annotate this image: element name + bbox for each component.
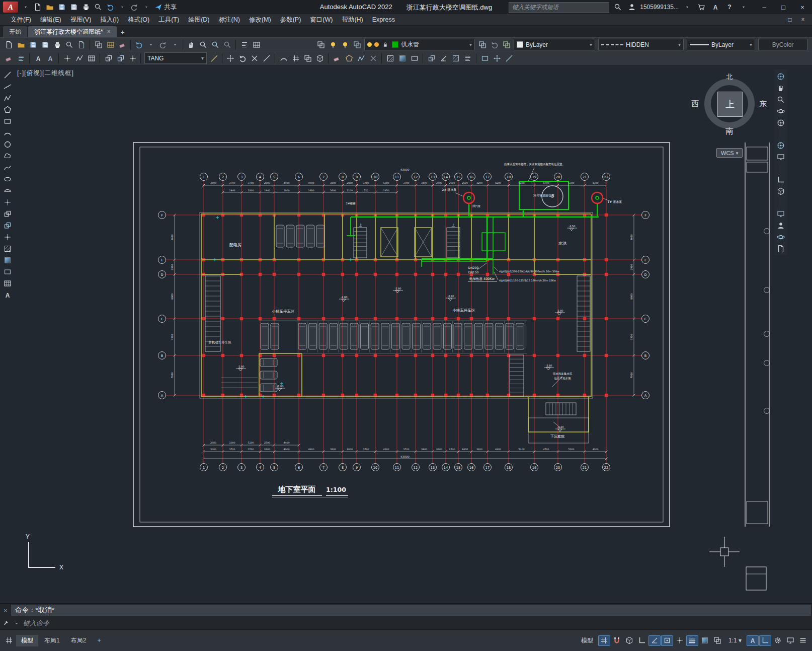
share-button[interactable]: 共享 [154,3,177,12]
hatch2-icon[interactable] [384,53,396,64]
qnew-icon[interactable] [3,39,15,50]
layermerge-icon[interactable] [501,39,512,50]
annotation-scale[interactable]: 1:1 ▾ [724,636,746,645]
zoomext-icon[interactable] [209,39,221,50]
caret-icon[interactable] [169,39,181,50]
line-icon[interactable] [1,69,14,80]
extend-icon[interactable] [261,53,272,64]
props2-icon[interactable] [462,53,473,64]
lweight-icon[interactable] [686,635,698,646]
plotstyle-dropdown[interactable]: ByColor [758,39,807,50]
doc-close-icon[interactable]: × [797,16,809,23]
caret-icon[interactable] [116,2,128,13]
publish-icon[interactable] [75,39,87,50]
help-caret-icon[interactable] [738,2,749,13]
color-dropdown[interactable]: ByLayer ▾ [514,39,595,50]
wcs-menu[interactable]: WCS▾ [716,148,743,158]
layerprev-icon[interactable] [489,39,500,50]
annov-icon[interactable] [747,635,759,646]
mirror-icon[interactable] [314,53,326,64]
layout-grid-icon[interactable] [3,635,15,646]
infer-icon[interactable] [623,635,635,646]
region-icon[interactable] [1,266,14,277]
lineweight-dropdown[interactable]: ByLayer ▾ [687,39,755,50]
polar-icon[interactable] [648,635,661,646]
gradientI-icon[interactable] [1,255,14,265]
save-icon[interactable] [27,39,39,50]
join-icon[interactable] [355,53,367,64]
move-icon[interactable] [224,53,236,64]
stretch-icon[interactable] [491,53,503,64]
plot-icon[interactable] [51,39,63,50]
tab-close-icon[interactable]: × [107,28,111,35]
layerstate-icon[interactable] [351,39,363,50]
recent-commands-icon[interactable] [13,619,21,627]
preview-icon[interactable] [92,2,104,13]
undo-icon[interactable] [133,39,144,50]
cloud-icon[interactable] [1,151,14,161]
menu-item[interactable]: 窗口(W) [305,16,337,24]
cycle-icon[interactable] [711,635,723,646]
model-paper-toggle[interactable]: 模型 [577,635,597,646]
expand-icon[interactable] [784,635,796,646]
save-icon[interactable] [56,2,67,13]
track-icon[interactable] [674,635,686,646]
menu-item[interactable]: 修改(M) [245,16,276,24]
viewport-controls[interactable]: [-][俯视][二维线框] [17,69,74,78]
points-icon[interactable] [1,197,14,207]
user-id[interactable]: 1505999135... [640,4,679,11]
ellipse-icon[interactable] [1,174,14,184]
mtext-icon[interactable] [32,53,44,64]
scale2-icon[interactable] [479,53,491,64]
model-space-canvas[interactable]: 1122334455667788991010111112121313141415… [0,64,812,604]
command-history[interactable]: 命令：*取消* [11,605,811,616]
cube-icon[interactable] [775,186,787,196]
props-icon[interactable] [238,39,250,50]
ortho-icon[interactable] [636,635,648,646]
zoomprev-icon[interactable] [221,39,233,50]
hatch-icon[interactable] [1,243,14,254]
help-icon[interactable] [723,2,735,13]
menu-item[interactable]: 绘图(D) [184,16,214,24]
ham-icon[interactable] [797,635,809,646]
viewcube-north-label[interactable]: 北 [726,73,733,82]
paste-icon[interactable] [105,39,116,50]
textstyle-dropdown[interactable]: TANG ▾ [144,52,207,64]
dynucs-icon[interactable] [759,635,771,646]
menu-item[interactable]: 帮助(H) [337,16,367,24]
match-icon[interactable] [117,39,128,50]
polygon-icon[interactable] [1,104,14,115]
cart-icon[interactable] [695,2,707,13]
command-close-icon[interactable]: × [0,607,11,614]
customize-wrench-icon[interactable] [2,619,10,627]
orbit-icon[interactable] [775,106,787,116]
close-button[interactable]: × [793,0,812,14]
transp-icon[interactable] [699,635,711,646]
insert-icon[interactable] [115,53,126,64]
zoom2-icon[interactable] [775,94,787,105]
table-icon[interactable] [251,39,262,50]
snap-icon[interactable] [611,635,623,646]
app-logo-icon[interactable]: A [3,2,18,13]
textI-icon[interactable] [1,290,14,300]
plot-icon[interactable] [80,2,92,13]
layerprops-icon[interactable] [315,39,327,50]
table-icon[interactable] [86,53,97,64]
maximize-button[interactable]: □ [774,0,793,14]
menu-item[interactable]: 插入(I) [96,16,123,24]
sheetI-icon[interactable] [775,243,787,254]
pan2-icon[interactable] [775,83,787,93]
fillet-icon[interactable] [278,53,289,64]
lengthen-icon[interactable] [503,53,515,64]
gradient2-icon[interactable] [396,53,408,64]
group-icon[interactable] [426,53,437,64]
wheel-icon[interactable] [775,117,787,128]
search-input[interactable] [509,2,609,13]
user-icon[interactable] [626,2,637,13]
new-layout-button[interactable]: + [92,635,106,645]
ucsicon-icon[interactable] [775,174,787,185]
dimlin-icon[interactable] [61,53,73,64]
layer-dropdown[interactable]: 供水管 ▾ [364,39,475,50]
layeriso-icon[interactable] [339,39,351,50]
menu-item[interactable]: 参数(P) [276,16,306,24]
